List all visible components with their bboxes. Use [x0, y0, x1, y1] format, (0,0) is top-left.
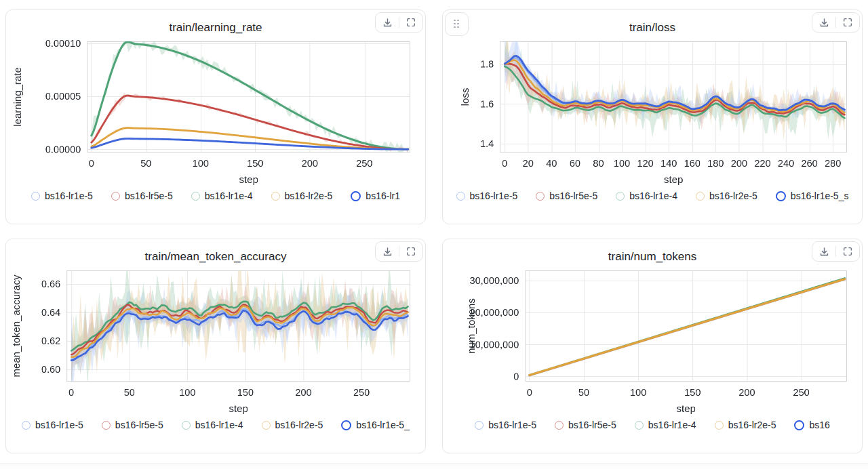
legend-swatch-icon [635, 421, 644, 430]
legend-swatch-icon [341, 420, 351, 430]
legend-label: bs16 [809, 420, 829, 430]
legend-swatch-icon [536, 192, 545, 201]
legend-label: bs16-lr1e-4 [195, 420, 243, 430]
legend-swatch-icon [696, 192, 705, 201]
legend-swatch-icon [616, 192, 625, 201]
download-icon [818, 17, 830, 28]
download-button[interactable] [817, 245, 831, 258]
next-section-edge [0, 464, 868, 469]
chart-title: train/loss [443, 20, 862, 36]
fullscreen-icon [842, 17, 853, 28]
legend-label: bs16-lr1e-5 [470, 190, 518, 201]
legend-swatch-icon [776, 191, 786, 201]
panel-toolbar [812, 241, 860, 262]
legend-label: bs16-lr5e-5 [568, 420, 616, 430]
legend-item[interactable]: bs16-lr2e-5 [262, 420, 323, 430]
toolbar-divider [399, 17, 399, 28]
chart-legend: bs16-lr1e-5bs16-lr5e-5bs16-lr1e-4bs16-lr… [443, 420, 862, 430]
legend-label: bs16-lr1 [366, 190, 400, 201]
mean-token-accuracy-chart[interactable] [6, 266, 425, 415]
legend-swatch-icon [475, 421, 484, 430]
fullscreen-button[interactable] [841, 16, 854, 29]
fullscreen-button[interactable] [404, 16, 418, 29]
download-icon [382, 17, 393, 28]
legend-swatch-icon [555, 421, 564, 430]
legend-label: bs16-lr1e-5_s [791, 190, 849, 201]
legend-item[interactable]: bs16-lr1e-4 [191, 190, 253, 201]
chart-title: train/learning_rate [6, 20, 425, 36]
legend-swatch-icon [271, 192, 280, 201]
toolbar-divider [835, 17, 836, 28]
legend-item[interactable]: bs16-lr5e-5 [536, 190, 597, 201]
chart-legend: bs16-lr1e-5bs16-lr5e-5bs16-lr1e-4bs16-lr… [6, 420, 425, 430]
panel-learning-rate: train/learning_rate bs16-lr1e-5bs16-lr5e… [5, 9, 426, 224]
legend-swatch-icon [191, 192, 200, 201]
legend-label: bs16-lr1e-5 [488, 420, 536, 430]
legend-item[interactable]: bs16-lr5e-5 [111, 190, 173, 201]
panel-num-tokens: train/num_tokens bs16-lr1e-5bs16-lr5e-5b… [442, 239, 863, 453]
download-button[interactable] [380, 16, 394, 29]
legend-label: bs16-lr1e-4 [629, 190, 677, 201]
legend-label: bs16-lr2e-5 [285, 190, 333, 201]
toolbar-divider [835, 246, 836, 257]
legend-item[interactable]: bs16-lr1e-4 [635, 420, 696, 430]
fullscreen-button[interactable] [841, 245, 854, 258]
legend-item[interactable]: bs16-lr1 [351, 190, 400, 201]
legend-label: bs16-lr1e-5 [35, 420, 83, 430]
legend-item[interactable]: bs16-lr1e-5 [22, 420, 83, 430]
num-tokens-chart[interactable] [443, 266, 862, 415]
fullscreen-icon [406, 17, 416, 28]
drag-dots-icon [454, 20, 460, 29]
download-button[interactable] [380, 245, 394, 258]
legend-label: bs16-lr1e-5_ [356, 420, 410, 430]
panel-toolbar [375, 241, 423, 262]
legend-label: bs16-lr2e-5 [275, 420, 323, 430]
toolbar-divider [399, 246, 399, 257]
drag-handle[interactable] [445, 12, 469, 36]
legend-item[interactable]: bs16-lr1e-4 [182, 420, 243, 430]
chart-legend: bs16-lr1e-5bs16-lr5e-5bs16-lr1e-4bs16-lr… [443, 190, 862, 201]
chart-title: train/num_tokens [443, 249, 862, 265]
legend-item[interactable]: bs16-lr5e-5 [555, 420, 616, 430]
legend-label: bs16-lr5e-5 [115, 420, 163, 430]
fullscreen-icon [842, 246, 853, 257]
charts-grid: train/learning_rate bs16-lr1e-5bs16-lr5e… [5, 9, 863, 453]
legend-label: bs16-lr5e-5 [549, 190, 597, 201]
learning-rate-chart[interactable] [6, 37, 425, 186]
legend-swatch-icon [262, 421, 271, 430]
legend-label: bs16-lr2e-5 [728, 420, 776, 430]
legend-item[interactable]: bs16-lr2e-5 [271, 190, 333, 201]
legend-swatch-icon [794, 420, 804, 430]
download-icon [818, 246, 830, 258]
legend-swatch-icon [22, 421, 31, 430]
legend-item[interactable]: bs16-lr1e-4 [616, 190, 677, 201]
legend-item[interactable]: bs16 [794, 420, 829, 430]
legend-label: bs16-lr1e-4 [648, 420, 696, 430]
panel-loss: train/loss bs16-lr1e-5bs16-lr5e-5bs16-lr… [442, 9, 863, 224]
legend-item[interactable]: bs16-lr1e-5_s [776, 190, 849, 201]
legend-item[interactable]: bs16-lr1e-5 [31, 190, 93, 201]
panel-mean-token-accuracy: train/mean_token_accuracy bs16-lr1e-5bs1… [5, 239, 426, 453]
chart-legend: bs16-lr1e-5bs16-lr5e-5bs16-lr1e-4bs16-lr… [6, 190, 425, 201]
legend-item[interactable]: bs16-lr1e-5_ [341, 420, 410, 430]
legend-swatch-icon [351, 191, 361, 201]
legend-swatch-icon [111, 192, 120, 201]
legend-item[interactable]: bs16-lr2e-5 [715, 420, 776, 430]
fullscreen-button[interactable] [404, 245, 418, 258]
loss-chart[interactable] [443, 37, 862, 186]
legend-label: bs16-lr1e-4 [205, 190, 253, 201]
chart-title: train/mean_token_accuracy [6, 249, 425, 265]
legend-item[interactable]: bs16-lr1e-5 [456, 190, 518, 201]
legend-label: bs16-lr5e-5 [125, 190, 173, 201]
legend-item[interactable]: bs16-lr2e-5 [696, 190, 757, 201]
legend-item[interactable]: bs16-lr5e-5 [102, 420, 163, 430]
legend-swatch-icon [456, 192, 465, 201]
legend-label: bs16-lr1e-5 [45, 190, 93, 201]
legend-item[interactable]: bs16-lr1e-5 [475, 420, 536, 430]
legend-swatch-icon [715, 421, 724, 430]
legend-label: bs16-lr2e-5 [709, 190, 757, 201]
legend-swatch-icon [31, 192, 40, 201]
panel-toolbar [812, 12, 860, 33]
download-button[interactable] [817, 16, 831, 29]
panel-toolbar [375, 12, 423, 33]
